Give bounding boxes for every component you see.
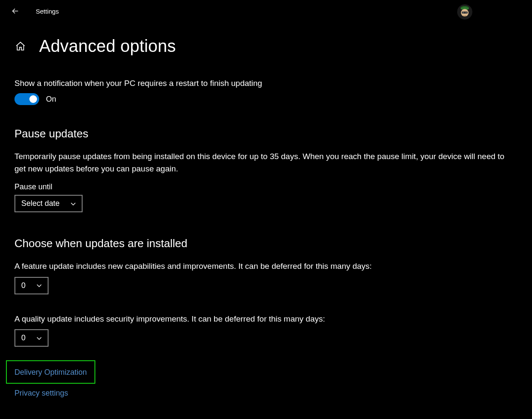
notification-toggle-state: On bbox=[46, 95, 56, 104]
quality-defer-dropdown[interactable]: 0 bbox=[14, 329, 49, 347]
svg-point-4 bbox=[462, 11, 464, 13]
page-title: Advanced options bbox=[39, 37, 176, 56]
pause-until-label: Pause until bbox=[14, 182, 518, 191]
back-button[interactable] bbox=[10, 6, 20, 16]
delivery-optimization-highlight: Delivery Optimization bbox=[6, 360, 95, 384]
pause-until-dropdown[interactable]: Select date bbox=[14, 195, 83, 212]
pause-description: Temporarily pause updates from being ins… bbox=[14, 151, 517, 175]
svg-point-5 bbox=[465, 11, 467, 13]
notification-label: Show a notification when your PC require… bbox=[14, 79, 518, 88]
privacy-settings-link[interactable]: Privacy settings bbox=[14, 389, 518, 398]
feature-update-label: A feature update includes new capabiliti… bbox=[14, 260, 517, 273]
app-title: Settings bbox=[36, 8, 59, 15]
pause-until-value: Select date bbox=[21, 199, 60, 208]
chevron-down-icon bbox=[36, 282, 43, 289]
quality-defer-value: 0 bbox=[21, 333, 26, 342]
feature-defer-value: 0 bbox=[21, 281, 26, 290]
notification-toggle[interactable] bbox=[14, 93, 39, 105]
delivery-optimization-link[interactable]: Delivery Optimization bbox=[14, 368, 87, 377]
chevron-down-icon bbox=[36, 335, 43, 342]
avatar[interactable] bbox=[457, 4, 472, 20]
home-icon[interactable] bbox=[14, 40, 26, 52]
chevron-down-icon bbox=[70, 200, 77, 207]
quality-update-label: A quality update includes security impro… bbox=[14, 313, 517, 325]
feature-defer-dropdown[interactable]: 0 bbox=[14, 277, 49, 294]
pause-heading: Pause updates bbox=[14, 127, 518, 140]
choose-heading: Choose when updates are installed bbox=[14, 237, 518, 250]
